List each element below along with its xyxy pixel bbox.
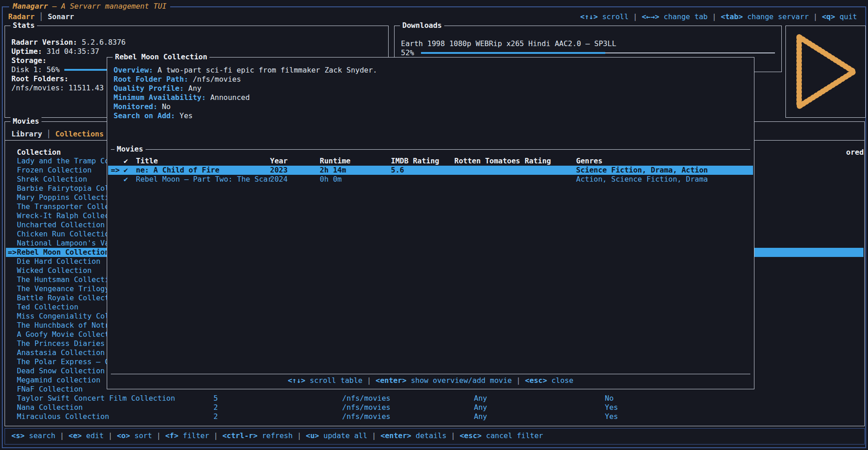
genres-column-header: Genres (576, 157, 603, 166)
collection-name: Frozen Collection (17, 166, 92, 175)
collection-name: Uncharted Collection (17, 220, 105, 230)
keybind-separator: | (447, 431, 460, 440)
collection-name: Lady and the Tramp Co (17, 157, 109, 166)
app-subtitle: – A Servarr management TUI (48, 2, 166, 10)
keybind-label: refresh (258, 431, 293, 440)
movie-count: 5 (213, 394, 218, 403)
movie-row[interactable]: =>✔ne: A Child of Fire20232h 14m5.6Scien… (108, 166, 753, 175)
version-label: Radarr Version: (11, 38, 78, 47)
keybind-separator: | (104, 431, 117, 440)
collection-details-modal: Rebel Moon Collection Overview: A two-pa… (107, 57, 754, 389)
keybind-label: details (411, 431, 447, 440)
search-on-add: Yes (605, 412, 618, 421)
keybind-label: update all (319, 431, 367, 440)
collection-name: Mary Poppins Collecti (17, 193, 109, 202)
play-logo-icon (792, 31, 859, 112)
collection-name: Miss Congeniality Col (17, 312, 109, 321)
title-column-header: Title (136, 157, 158, 166)
keybind-key: <↑↓> (288, 376, 306, 385)
field-value: Any (184, 84, 202, 93)
collection-field: Minimum Availability: Announced (114, 93, 250, 102)
field-value: A two-part sci-fi epic from filmmaker Za… (153, 66, 377, 74)
imdb-rating-column-header: IMDB Rating (391, 157, 439, 166)
collection-name: The Princess Diaries (17, 339, 105, 348)
uptime-value: 31d 04:35:37 (42, 47, 99, 56)
collection-row[interactable]: Taylor Swift Concert Film Collection5/nf… (6, 394, 863, 403)
movies-table-top-border (111, 149, 750, 150)
collection-name: Taylor Swift Concert Film Collection (17, 394, 175, 403)
movie-year: 2024 (270, 175, 288, 184)
collection-name: Wicked Collection (17, 266, 92, 275)
app-title: Managarr – A Servarr management TUI (9, 1, 170, 11)
download-percent: 52% (401, 48, 414, 57)
collection-name: The Hunchback of Notr (17, 321, 109, 330)
modal-keybinds: <↑↓> scroll table | <enter> show overvie… (107, 376, 754, 385)
disk-usage: Disk 1: 56% (11, 65, 60, 74)
collection-name: Rebel Moon Collection (17, 248, 109, 257)
download-progress: 52% (401, 48, 414, 58)
keybind-label: filter (178, 431, 209, 440)
field-label: Quality Profile: (114, 84, 184, 93)
field-value: /nfs/movies (188, 75, 241, 84)
collection-name: Miraculous Collection (17, 412, 109, 421)
keybind-separator: | (629, 12, 642, 21)
keybind-key: <tab> (721, 12, 743, 21)
collection-name: Nana Collection (17, 403, 83, 412)
keybind-label: sort (130, 431, 152, 440)
collection-name: Dead Snow Collection (17, 366, 105, 376)
field-label: Search on Add: (114, 111, 175, 120)
disk-usage-label: Disk 1: 56% (11, 65, 60, 74)
stats-panel-title: Stats (10, 21, 37, 30)
keybind-separator: | (809, 12, 822, 21)
collection-name: Battle Royale Collect (17, 293, 109, 303)
collection-field: Monitored: No (114, 102, 171, 111)
keybind-key: <q> (822, 12, 835, 21)
keybind-key: <f> (165, 431, 178, 440)
movie-title: Rebel Moon – Part Two: The Scar (136, 175, 272, 184)
collection-field: Search on Add: Yes (114, 111, 192, 120)
field-value: Yes (175, 111, 193, 120)
collection-row[interactable]: Nana Collection2/nfs/moviesAnyYes (6, 403, 863, 412)
keybind-key: <esc> (460, 431, 482, 440)
collection-name: The Polar Express – C (17, 357, 109, 366)
movie-row[interactable]: ✔Rebel Moon – Part Two: The Scar20240h 0… (108, 175, 753, 184)
root-folder-path: /nfs/movies (342, 403, 390, 412)
keybind-key: <s> (11, 431, 25, 440)
keybind-key: <←→> (642, 12, 660, 21)
keybind-separator: | (512, 376, 525, 385)
field-label: Minimum Availability: (114, 93, 206, 102)
collection-field: Root Folder Path: /nfs/movies (114, 75, 241, 84)
selection-arrow: => (111, 166, 120, 175)
selection-arrow: => (8, 248, 16, 257)
collection-name: The Vengeance Trilogy (17, 284, 109, 293)
search-on-add: Yes (605, 403, 618, 412)
gauge-fill (421, 52, 605, 54)
tab-radarr[interactable]: Radarr (8, 12, 35, 21)
field-value: Announced (206, 93, 249, 102)
keybind-label: change servarr (743, 12, 809, 21)
collection-name: Wreck-It Ralph Collec (17, 211, 109, 220)
monitored-check-icon: ✔ (124, 175, 128, 184)
keybind-separator: | (293, 431, 306, 440)
keybind-label: cancel filter (482, 431, 543, 440)
movies-table-bottom-border (111, 374, 750, 374)
tab-sonarr[interactable]: Sonarr (48, 12, 74, 21)
keybind-key: <enter> (380, 431, 411, 440)
movie-title: ne: A Child of Fire (136, 166, 219, 175)
collection-name: National Lampoon's Va (17, 239, 109, 248)
servarr-tabs: Radarr │ Sonarr (8, 12, 74, 21)
keybind-key: <↑↓> (580, 12, 598, 21)
collection-name: The Transporter Colle (17, 202, 109, 211)
field-label: Root Folder Path: (114, 75, 188, 84)
keybind-label: quit (835, 12, 857, 21)
bottom-keybar: <s> search | <e> edit | <o> sort | <f> f… (5, 428, 865, 445)
collection-name: Chicken Run Collectio (17, 230, 109, 239)
field-label: Overview: (114, 66, 153, 74)
root-folders-heading: Root Folders: (11, 74, 68, 84)
collection-row[interactable]: Miraculous Collection2/nfs/moviesAnyYes (6, 412, 863, 421)
movies-table-header: ✔TitleYearRuntimeIMDB RatingRotten Tomat… (108, 157, 753, 166)
root-folder-path: /nfs/movies (342, 394, 390, 403)
download-item-title: Earth 1998 1080p WEBRip x265 Hindi AAC2.… (401, 39, 616, 48)
monitored-check-column-header: ✔ (124, 157, 128, 166)
movie-count: 2 (213, 412, 218, 421)
